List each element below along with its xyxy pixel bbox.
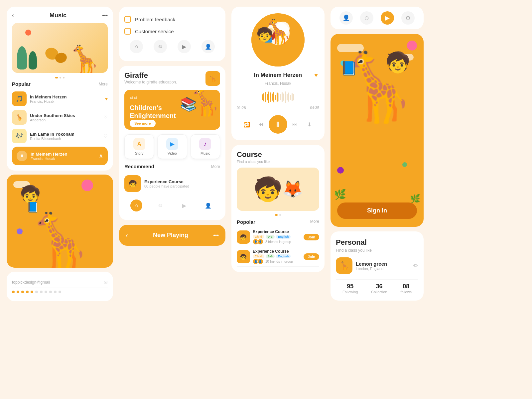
pause-button[interactable]: ⏸ [17, 151, 27, 161]
top-icon-settings[interactable]: ⚙ [401, 11, 415, 25]
top-icon-face[interactable]: ☺ [360, 11, 373, 25]
menu-icon-face[interactable]: ☺ [154, 40, 167, 53]
song-info-2: Under Southern Skies Anderson [30, 113, 100, 122]
course-list-item-1[interactable]: 🧒 Experience Course Child 0~3 English 👤 … [237, 227, 319, 247]
wave-18 [290, 95, 291, 100]
popolar-header: Popolar More [237, 219, 319, 225]
play-pause-button[interactable]: ⏸ [269, 115, 287, 134]
dot-2 [63, 77, 65, 78]
top-icon-play[interactable]: ▶ [381, 11, 394, 25]
see-more-button[interactable]: See more [130, 120, 156, 127]
cli-name-2: Experience Course [253, 249, 301, 254]
popular-label: Popular [12, 81, 31, 87]
wave-19 [292, 93, 293, 101]
heart-liked-1[interactable]: ♥ [105, 96, 108, 101]
tag-age-1: 0~3 [266, 235, 275, 239]
tree1-decoration [17, 46, 27, 69]
email-icon[interactable]: ✉ [104, 280, 108, 285]
children-banner[interactable]: ❝❝ Children'sEnlightenment See more 🦒 📚 [124, 90, 220, 130]
now-playing-bar[interactable]: ⏸ In Meinem Herzen Francis, Husak ∧ [12, 147, 108, 165]
purple-decoration [17, 228, 23, 234]
stat-follows-num: 08 [400, 283, 412, 290]
pwd-dot-3 [21, 291, 24, 293]
wave-10 [277, 92, 278, 102]
music-header: ‹ Music ••• [12, 12, 108, 19]
cli-thumb-1: 🧒 [237, 230, 250, 244]
new-playing-title: New Playing [153, 232, 188, 239]
wave-8 [273, 92, 274, 102]
music-button[interactable]: ♪ Music [191, 134, 220, 159]
song-item-2[interactable]: 🦒 Under Southern Skies Anderson ♡ [12, 108, 108, 127]
recommend-header: Recommend More [124, 164, 220, 169]
prev-button[interactable]: ⏮ [254, 118, 268, 131]
banner-dots [12, 77, 108, 78]
new-playing-bar[interactable]: ‹ New Playing ••• [119, 225, 225, 246]
back-button[interactable]: ‹ [12, 12, 14, 19]
download-button[interactable]: ⬇ [303, 118, 316, 131]
wave-7 [272, 93, 273, 101]
checkbox-service[interactable] [124, 28, 131, 35]
stat-following-label: Following [342, 290, 358, 294]
song-item-3[interactable]: 🎶 Ein Lama in Yokoham Rosita Blissenbach… [12, 127, 108, 145]
player-heart[interactable]: ♥ [314, 72, 318, 79]
menu-item-service[interactable]: Customer service [124, 25, 220, 37]
cli-tags-2: Child 3~6 English [253, 254, 301, 258]
edu-title: Giraffe [124, 71, 177, 80]
wave-12 [280, 94, 281, 100]
story-button[interactable]: A Story [124, 134, 154, 159]
song-info-1: In Meinem Herzen Francis, Husak [30, 94, 102, 103]
menu-icon-play[interactable]: ▶ [178, 40, 191, 53]
stat-following: 95 Following [342, 283, 358, 294]
course-card-sub: Find a class you like [237, 160, 319, 164]
heart-2[interactable]: ♡ [103, 115, 108, 120]
menu-item-problem[interactable]: Problem feedback [124, 13, 220, 25]
edit-button[interactable]: ✏ [413, 262, 418, 269]
song-item-1[interactable]: 🎵 In Meinem Herzen Francis, Husak ♥ [12, 89, 108, 108]
dot-1 [60, 77, 61, 78]
personal-card: Personal Find a class you like 🦒 Lemon g… [331, 231, 424, 301]
top-icon-user[interactable]: 👤 [339, 11, 353, 25]
heart-3[interactable]: ♡ [103, 133, 108, 139]
more-button[interactable]: ••• [102, 13, 108, 19]
artwork-character: 🧒 [256, 27, 273, 42]
video-icon: ▶ [166, 138, 178, 150]
book-icon: 📘 [27, 201, 39, 213]
music-main-card: ‹ Music ••• 🦒 Popular More 🎵 [7, 7, 113, 171]
checkbox-problem[interactable] [124, 16, 131, 23]
books-icon: 📚 [180, 96, 197, 112]
song-info-3: Ein Lama in Yokoham Rosita Blissenbach [30, 132, 100, 141]
expand-icon[interactable]: ∧ [99, 152, 103, 160]
user-avatars-2: 👤 👤 [253, 258, 263, 264]
join-button-1[interactable]: Join [304, 234, 319, 240]
video-button[interactable]: ▶ Video [157, 134, 187, 159]
new-playing-back[interactable]: ‹ [126, 231, 128, 239]
repeat-button[interactable]: 🔁 [240, 118, 253, 131]
player-artwork: 🦒 🧒 [251, 13, 305, 66]
nav-face[interactable]: ☺ [154, 200, 166, 211]
cli-thumb-2: 🧒 [237, 250, 250, 263]
menu-icon-user[interactable]: 👤 [201, 40, 215, 53]
menu-icon-home[interactable]: ⌂ [130, 40, 143, 53]
signin-button[interactable]: Sign In [337, 202, 417, 219]
song-thumb-3: 🎶 [12, 129, 27, 143]
recommend-more[interactable]: More [211, 164, 220, 169]
next-button[interactable]: ⏭ [288, 118, 302, 131]
join-button-2[interactable]: Join [304, 253, 319, 260]
recommend-course-item[interactable]: 🧒 Experience Course 80 people have parti… [124, 173, 220, 195]
bottom-nav: ⌂ ☺ ▶ 👤 [124, 196, 220, 215]
course-list-item-2[interactable]: 🧒 Experience Course Child 3~6 English 👤 … [237, 247, 319, 267]
nav-play[interactable]: ▶ [178, 200, 190, 211]
popolar-more[interactable]: More [310, 219, 319, 225]
course-banner-illus: 🧒 🦊 [237, 168, 319, 211]
nav-home[interactable]: ⌂ [130, 200, 142, 211]
tag-child-2: Child [253, 254, 264, 258]
now-playing-title: In Meinem Herzen [31, 152, 95, 157]
tag-lang-1: English [276, 235, 291, 239]
time-row: 01:28 04:35 [237, 106, 319, 110]
song-thumb-1: 🎵 [12, 91, 27, 106]
popular-more[interactable]: More [99, 82, 108, 86]
personal-title: Personal [336, 238, 418, 247]
nav-user[interactable]: 👤 [202, 200, 214, 211]
stat-follows-label: follows [400, 290, 412, 294]
new-playing-more[interactable]: ••• [213, 232, 219, 238]
